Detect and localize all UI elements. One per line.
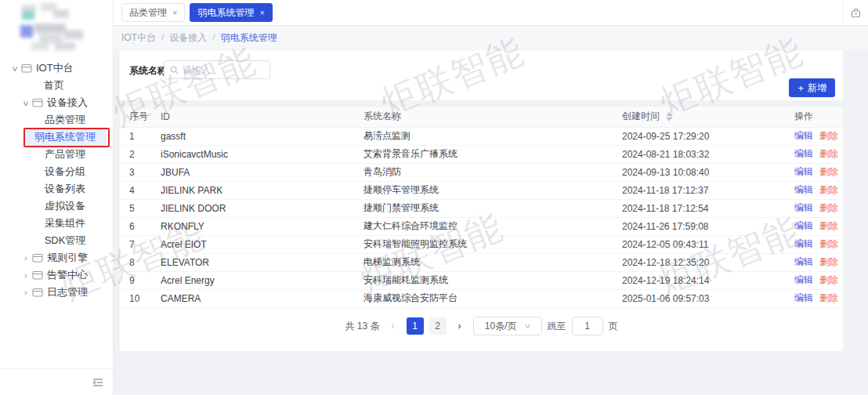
page-size-select[interactable]: 10条/页 ∨ — [473, 317, 542, 335]
chevron-down-icon: ∨ — [523, 322, 530, 330]
sidebar-folder-11[interactable]: ›规则引擎 — [0, 249, 113, 266]
close-icon[interactable]: × — [259, 8, 264, 17]
chevron-down-icon[interactable]: ∨ — [8, 64, 22, 73]
jump-label: 跳至 — [548, 320, 566, 333]
delete-button[interactable]: 删除 — [819, 238, 838, 249]
row-actions-cell: 编辑删除 — [794, 253, 843, 271]
edit-button[interactable]: 编辑 — [794, 292, 813, 303]
page-button-2[interactable]: 2 — [429, 317, 447, 335]
search-icon — [170, 66, 179, 74]
row-id-cell: JIELINK PARK — [161, 181, 363, 199]
sidebar-item-label: 规则引擎 — [47, 251, 88, 265]
folder-icon — [21, 63, 32, 73]
logo-blur-top — [22, 3, 71, 20]
row-time-cell: 2024-11-18 17:12:37 — [622, 181, 794, 199]
row-time-cell: 2024-08-21 18:03:32 — [622, 145, 794, 163]
delete-button[interactable]: 删除 — [819, 166, 838, 177]
table-row: 9Acrel Energy安科瑞能耗监测系统2024-12-19 18:24:1… — [120, 271, 843, 289]
sidebar-leaf-row: 弱电系统管理 — [0, 129, 113, 146]
sidebar-item-6[interactable]: 设备分组 — [24, 163, 107, 180]
tab-category-management[interactable]: 品类管理 × — [121, 3, 185, 22]
sidebar-folder-2[interactable]: ∨设备接入 — [0, 94, 113, 111]
chevron-right-icon[interactable]: › — [19, 288, 33, 297]
tab-weak-current-system[interactable]: 弱电系统管理 × — [190, 3, 272, 22]
delete-button[interactable]: 删除 — [819, 274, 838, 285]
sidebar-item-10[interactable]: SDK管理 — [24, 232, 107, 249]
tab-label: 品类管理 — [129, 6, 167, 20]
delete-button[interactable]: 删除 — [819, 292, 838, 303]
sidebar-item-7[interactable]: 设备列表 — [24, 180, 107, 198]
table-row: 2iSonicavctMusic艾索背景音乐广播系统2024-08-21 18:… — [120, 145, 843, 163]
system-name-input[interactable]: 请输入 — [164, 60, 270, 79]
row-actions-cell: 编辑删除 — [794, 127, 843, 145]
total-count-label: 共 13 条 — [345, 320, 379, 333]
chevron-right-icon[interactable]: › — [19, 254, 33, 263]
sidebar-item-5[interactable]: 产品管理 — [24, 146, 107, 163]
edit-button[interactable]: 编辑 — [794, 238, 813, 249]
row-name-cell: 易涝点监测 — [363, 127, 622, 145]
table-row: 6RKONFLY建大仁科综合环境监控2024-11-26 17:59:08编辑删… — [120, 217, 843, 235]
edit-button[interactable]: 编辑 — [794, 166, 813, 177]
table-row: 7Acrel EIOT安科瑞智能照明监控系统2024-12-05 09:43:1… — [120, 235, 843, 253]
row-num-cell: 5 — [120, 199, 161, 217]
edit-button[interactable]: 编辑 — [794, 256, 813, 267]
edit-button[interactable]: 编辑 — [794, 130, 813, 141]
row-id-cell: ELEVATOR — [161, 253, 363, 271]
sidebar-item-1[interactable]: 首页 — [13, 77, 96, 94]
delete-button[interactable]: 删除 — [819, 184, 838, 195]
row-num-cell: 2 — [120, 145, 161, 163]
row-name-cell: 电梯监测系统 — [363, 253, 622, 271]
row-num-cell: 8 — [120, 253, 161, 271]
delete-button[interactable]: 删除 — [819, 130, 838, 141]
row-time-cell: 2024-11-18 17:12:54 — [622, 199, 794, 217]
edit-button[interactable]: 编辑 — [794, 184, 813, 195]
row-name-cell: 捷顺门禁管理系统 — [363, 199, 622, 217]
prev-page-button[interactable]: ‹ — [385, 321, 401, 332]
sort-icon[interactable] — [666, 112, 672, 121]
edit-button[interactable]: 编辑 — [794, 274, 813, 285]
tab-options-button[interactable] — [843, 0, 868, 26]
jump-page-input[interactable]: 1 — [572, 317, 603, 335]
edit-button[interactable]: 编辑 — [794, 220, 813, 231]
close-icon[interactable]: × — [172, 8, 177, 17]
delete-button[interactable]: 删除 — [819, 256, 838, 267]
delete-button[interactable]: 删除 — [819, 202, 838, 213]
app-window: ∨IOT中台首页∨设备接入品类管理弱电系统管理产品管理设备分组设备列表虚拟设备采… — [0, 0, 868, 395]
sidebar-folder-0[interactable]: ∨IOT中台 — [0, 60, 113, 77]
sidebar-item-4-selected[interactable]: 弱电系统管理 — [24, 129, 107, 146]
row-id-cell: RKONFLY — [161, 217, 363, 235]
sidebar-leaf-row: 首页 — [0, 77, 113, 94]
breadcrumb-item[interactable]: 设备接入 — [169, 31, 207, 45]
row-actions-cell: 编辑删除 — [794, 163, 843, 181]
add-button[interactable]: + 新增 — [789, 78, 835, 97]
row-time-cell: 2025-01-06 09:57:03 — [622, 289, 794, 307]
row-time-cell: 2024-12-19 18:24:14 — [622, 271, 794, 289]
collapse-sidebar-icon[interactable] — [92, 376, 103, 390]
table-row: 1gassft易涝点监测2024-09-25 17:29:20编辑删除 — [120, 127, 843, 145]
row-num-cell: 3 — [120, 163, 161, 181]
breadcrumb-item[interactable]: IOT中台 — [121, 31, 156, 45]
row-name-cell: 海康威视综合安防平台 — [363, 289, 622, 307]
sidebar-footer — [0, 368, 113, 395]
sidebar-folder-13[interactable]: ›日志管理 — [0, 284, 113, 301]
sidebar-item-3[interactable]: 品类管理 — [24, 111, 107, 129]
delete-button[interactable]: 删除 — [819, 148, 838, 159]
sidebar-leaf-row: 采集组件 — [0, 215, 113, 232]
page-button-1[interactable]: 1 — [407, 317, 424, 335]
sidebar-item-9[interactable]: 采集组件 — [24, 215, 107, 232]
table-row: 4JIELINK PARK捷顺停车管理系统2024-11-18 17:12:37… — [120, 181, 843, 199]
sidebar-item-8[interactable]: 虚拟设备 — [24, 198, 107, 215]
edit-button[interactable]: 编辑 — [794, 148, 813, 159]
row-actions-cell: 编辑删除 — [794, 289, 843, 307]
chevron-down-icon[interactable]: ∨ — [19, 99, 33, 107]
table-card: 序号 ID 系统名称 创建时间 操作 1gassft易涝点监测2024-09-2… — [120, 107, 843, 351]
delete-button[interactable]: 删除 — [819, 220, 838, 231]
breadcrumb: IOT中台 / 设备接入 / 弱电系统管理 — [114, 26, 868, 49]
row-id-cell: Acrel EIOT — [161, 235, 363, 253]
row-name-cell: 安科瑞智能照明监控系统 — [363, 235, 622, 253]
row-actions-cell: 编辑删除 — [794, 181, 843, 199]
sidebar-folder-12[interactable]: ›告警中心 — [0, 266, 113, 284]
next-page-button[interactable]: › — [452, 321, 468, 332]
edit-button[interactable]: 编辑 — [794, 202, 813, 213]
chevron-right-icon[interactable]: › — [19, 271, 33, 280]
